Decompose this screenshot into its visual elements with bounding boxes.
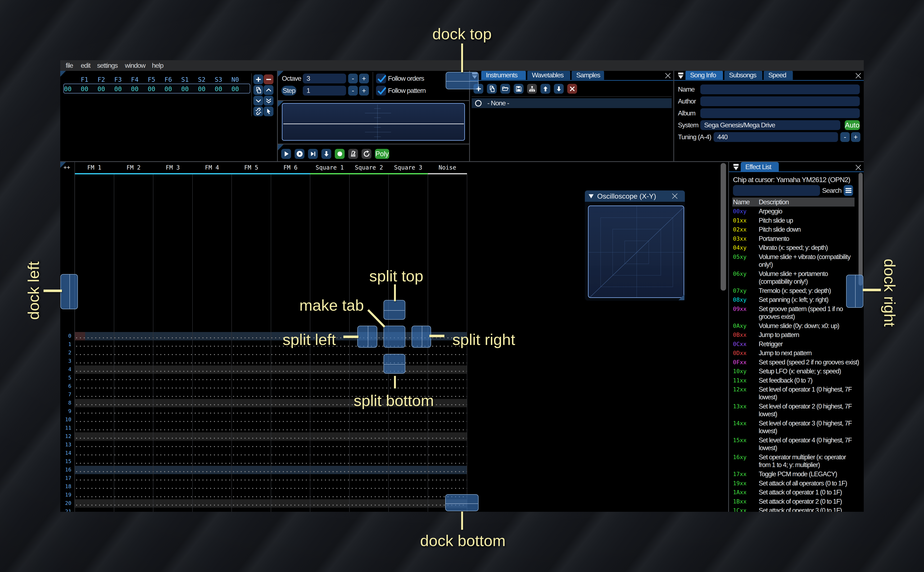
effect-code[interactable]: 1Axx bbox=[733, 489, 746, 496]
effect-code[interactable]: 11xx bbox=[733, 377, 746, 384]
pattern-scrollbar[interactable] bbox=[721, 163, 726, 291]
dock-target-split-bottom[interactable] bbox=[383, 354, 405, 374]
order-cell[interactable]: 00 bbox=[160, 85, 177, 93]
menu-help[interactable]: help bbox=[152, 60, 164, 71]
duplicate-order-end-button[interactable] bbox=[263, 96, 273, 106]
effect-code[interactable]: 17xx bbox=[733, 471, 746, 477]
effect-code[interactable]: 07xy bbox=[733, 288, 746, 294]
channel-header-fm-5[interactable]: FM 5 bbox=[232, 164, 271, 171]
metronome-button[interactable] bbox=[348, 149, 358, 159]
order-cell[interactable]: 00 bbox=[227, 85, 243, 93]
close-oscilloscope-xy-button[interactable] bbox=[672, 193, 678, 199]
octave-input[interactable]: 3 bbox=[303, 74, 346, 84]
effect-code[interactable]: 00xy bbox=[733, 208, 746, 214]
channel-header-square-1[interactable]: Square 1 bbox=[310, 164, 349, 171]
tuning-a-4--input[interactable]: 440 bbox=[714, 132, 838, 142]
effect-code[interactable]: 02xx bbox=[733, 226, 746, 233]
dock-target-outer-top[interactable] bbox=[446, 72, 478, 89]
dock-target-make-tab[interactable] bbox=[383, 326, 405, 348]
remove-order-button[interactable] bbox=[263, 75, 273, 84]
delete-instrument-button[interactable] bbox=[567, 84, 577, 94]
follow-orders-checkbox[interactable] bbox=[376, 74, 386, 84]
collapse-window-button[interactable] bbox=[677, 73, 684, 79]
order-cell[interactable]: 00 bbox=[93, 85, 110, 93]
panel-separator[interactable] bbox=[278, 100, 469, 101]
follow-pattern-checkbox[interactable] bbox=[376, 86, 386, 96]
author-input[interactable] bbox=[700, 96, 860, 106]
tab-speed[interactable]: Speed bbox=[764, 71, 793, 80]
order-change-mode-button[interactable] bbox=[253, 106, 263, 116]
open-instrument-button[interactable] bbox=[500, 84, 510, 94]
close-song-info-button[interactable] bbox=[855, 73, 861, 79]
step-row-button[interactable] bbox=[321, 149, 331, 159]
order-cell[interactable]: 00 bbox=[193, 85, 210, 93]
effect-table-header[interactable]: Name Description bbox=[732, 197, 854, 207]
panel-separator[interactable] bbox=[277, 71, 278, 161]
effect-code[interactable]: 0Dxx bbox=[733, 350, 746, 356]
effect-code[interactable]: 0Bxx bbox=[733, 331, 746, 338]
panel-separator[interactable] bbox=[60, 161, 864, 162]
close-effect-list-button[interactable] bbox=[855, 165, 861, 170]
auto-system-button[interactable]: Auto bbox=[845, 120, 860, 130]
tab-effect-list[interactable]: Effect List bbox=[741, 162, 779, 172]
collapse-window-button[interactable] bbox=[732, 164, 740, 171]
oscilloscope-display[interactable] bbox=[282, 103, 465, 141]
order-cell[interactable]: 00 bbox=[126, 85, 143, 93]
step-input[interactable]: 1 bbox=[303, 86, 346, 96]
pattern-corner-label[interactable]: ++ bbox=[63, 164, 70, 170]
dock-target-split-right[interactable] bbox=[411, 326, 431, 348]
effect-code[interactable]: 1Bxx bbox=[733, 498, 746, 505]
step-decrease-button[interactable]: - bbox=[348, 86, 358, 96]
order-cell[interactable]: 00 bbox=[177, 85, 193, 93]
move-order-down-button[interactable] bbox=[253, 96, 263, 106]
effect-code[interactable]: 05xy bbox=[733, 253, 746, 260]
channel-header-fm-1[interactable]: FM 1 bbox=[75, 164, 114, 171]
effect-code[interactable]: 06xy bbox=[733, 270, 746, 277]
instrument-list-item[interactable]: - None - bbox=[472, 98, 672, 108]
collapse-triangle-icon[interactable] bbox=[588, 193, 594, 199]
menu-file[interactable]: file bbox=[66, 60, 73, 71]
album-input[interactable] bbox=[700, 108, 860, 118]
play-button[interactable] bbox=[281, 149, 291, 159]
play-pattern-button[interactable] bbox=[294, 149, 304, 159]
add-order-button[interactable] bbox=[253, 75, 263, 84]
instrument-folders-button[interactable] bbox=[527, 84, 537, 94]
effect-code[interactable]: 08xy bbox=[733, 297, 746, 303]
repeat-pattern-button[interactable] bbox=[361, 149, 371, 159]
effect-list-menu-button[interactable] bbox=[844, 185, 853, 196]
tab-instruments[interactable]: Instruments bbox=[481, 71, 526, 80]
move-instrument-up-button[interactable] bbox=[541, 84, 550, 94]
tab-subsongs[interactable]: Subsongs bbox=[725, 71, 762, 80]
panel-separator[interactable] bbox=[728, 162, 729, 512]
move-instrument-down-button[interactable] bbox=[554, 84, 564, 94]
effect-code[interactable]: 04xy bbox=[733, 244, 746, 251]
step-increase-button[interactable]: + bbox=[359, 86, 369, 96]
order-cell[interactable]: 00 bbox=[143, 85, 160, 93]
play-from-cursor-button[interactable] bbox=[308, 149, 318, 159]
order-cell[interactable]: 00 bbox=[210, 85, 227, 93]
effect-code[interactable]: 1Cxx bbox=[733, 507, 746, 512]
order-cell[interactable]: 00 bbox=[110, 85, 126, 93]
poly-mono-toggle-button[interactable]: Poly bbox=[375, 149, 389, 159]
panel-separator[interactable] bbox=[673, 71, 674, 161]
effect-search-input[interactable] bbox=[733, 185, 820, 196]
name-input[interactable] bbox=[700, 84, 860, 94]
panel-separator[interactable] bbox=[278, 144, 469, 145]
tuning-decrease-button[interactable]: - bbox=[840, 132, 850, 142]
dock-target-outer-bottom[interactable] bbox=[445, 494, 478, 511]
effect-code[interactable]: 0Cxx bbox=[733, 341, 746, 347]
tuning-increase-button[interactable]: + bbox=[851, 132, 860, 142]
effect-code[interactable]: 0Fxx bbox=[733, 359, 746, 365]
oscilloscope-xy-titlebar[interactable]: Oscilloscope (X-Y) bbox=[585, 190, 685, 202]
order-edit-mode-button[interactable] bbox=[263, 106, 273, 116]
channel-header-fm-6[interactable]: FM 6 bbox=[271, 164, 310, 171]
channel-header-square-2[interactable]: Square 2 bbox=[349, 164, 389, 171]
close-instruments-button[interactable] bbox=[665, 73, 671, 79]
dock-target-outer-right[interactable] bbox=[846, 275, 863, 308]
dock-target-split-top[interactable] bbox=[383, 300, 405, 320]
channel-header-fm-2[interactable]: FM 2 bbox=[114, 164, 153, 171]
system-input[interactable]: Sega Genesis/Mega Drive bbox=[700, 120, 840, 130]
record-button[interactable] bbox=[335, 149, 344, 159]
tab-samples[interactable]: Samples bbox=[572, 71, 604, 80]
effect-code[interactable]: 13xx bbox=[733, 403, 746, 410]
